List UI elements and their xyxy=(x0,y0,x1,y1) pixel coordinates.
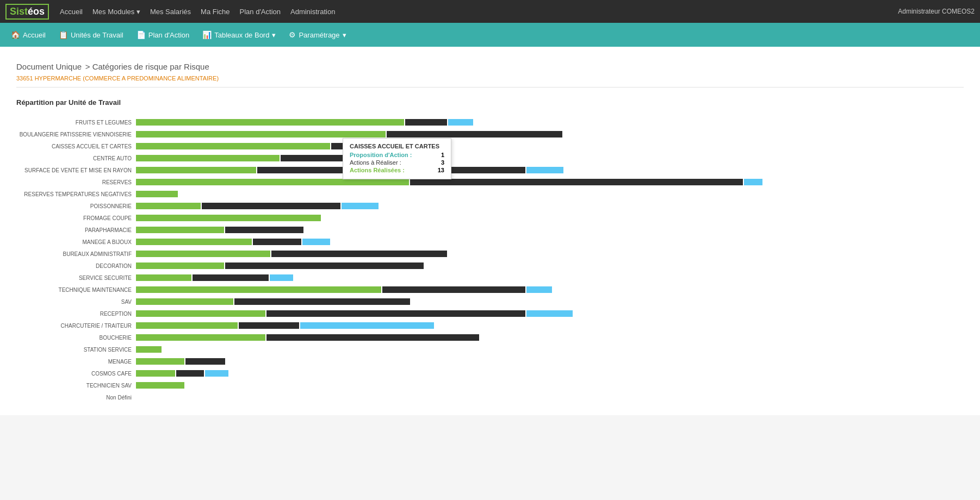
chart-row-bars xyxy=(136,262,964,269)
bar-green xyxy=(136,215,321,221)
nav-accueil[interactable]: Accueil xyxy=(60,8,83,16)
chart-row-bars xyxy=(136,274,964,281)
param-dropdown-icon: ▾ xyxy=(343,31,346,39)
chart-row-label: RESERVES TEMPERATURES NEGATIVES xyxy=(16,191,136,197)
chart-row-bars xyxy=(136,155,964,161)
chart-row-label: DECORATION xyxy=(16,263,136,269)
bar-green xyxy=(136,346,162,353)
chart-row-label: CENTRE AUTO xyxy=(16,155,136,161)
chart-row: CAISSES ACCUEIL ET CARTES xyxy=(16,141,964,151)
tooltip-value-0: 1 xyxy=(441,152,444,158)
chart-row-label: BOUCHERIE xyxy=(16,335,136,341)
bar-blue xyxy=(526,286,552,293)
chart-row-label: CHARCUTERIE / TRAITEUR xyxy=(16,323,136,329)
chart-row-label: TECHNIQUE MAINTENANCE xyxy=(16,287,136,293)
chart-row: TECHNIQUE MAINTENANCE xyxy=(16,285,964,295)
chart-row-bars xyxy=(136,179,964,185)
chart-row-label: BOULANGERIE PATISSERIE VIENNOISERIE xyxy=(16,132,136,138)
bar-green xyxy=(136,179,409,185)
bar-blue xyxy=(342,203,379,209)
chart-row: POISSONNERIE xyxy=(16,201,964,211)
chart-row-bars xyxy=(136,298,964,305)
bar-green xyxy=(136,167,256,173)
chart-row-label: SAV xyxy=(16,299,136,305)
chart-row-label: CAISSES ACCUEIL ET CARTES xyxy=(16,143,136,149)
bar-dark xyxy=(410,179,743,185)
chart-row: FROMAGE COUPE xyxy=(16,213,964,223)
chart-row-bars xyxy=(136,358,964,365)
nav-home[interactable]: 🏠 Accueil xyxy=(5,27,51,42)
chart-row: TECHNICIEN SAV xyxy=(16,380,964,390)
chart-row: RECEPTION xyxy=(16,309,964,318)
nav-salaries[interactable]: Mes Salariés xyxy=(150,8,191,16)
chart-row: CENTRE AUTO xyxy=(16,153,964,163)
tooltip-row-1: Actions à Réaliser : 3 xyxy=(350,159,444,166)
bar-dark xyxy=(382,286,526,293)
bar-dark xyxy=(185,358,225,365)
chart-row-label: RESERVES xyxy=(16,179,136,185)
nav-param[interactable]: ⚙ Paramétrage ▾ xyxy=(283,27,351,42)
nav-modules[interactable]: Mes Modules ▾ xyxy=(92,8,140,16)
chart-row: RESERVES xyxy=(16,177,964,187)
chart-row-bars xyxy=(136,131,964,138)
chart-container: FRUITS ET LEGUMESBOULANGERIE PATISSERIE … xyxy=(16,117,964,404)
chart-row: BUREAUX ADMINISTRATIF xyxy=(16,249,964,259)
bar-green xyxy=(136,131,386,138)
nav-admin[interactable]: Administration xyxy=(290,8,335,16)
bar-dark xyxy=(193,274,269,281)
nav-plan[interactable]: Plan d'Action xyxy=(240,8,281,16)
nav-tdb-label: Tableaux de Bord xyxy=(214,31,269,39)
bar-dark xyxy=(176,370,204,377)
chart-row-label: FRUITS ET LEGUMES xyxy=(16,120,136,126)
chart-row-bars xyxy=(136,251,964,257)
logo[interactable]: Sistéos xyxy=(5,4,49,20)
logo-text: Sist xyxy=(10,6,28,17)
nav-plan-action[interactable]: 📄 Plan d'Action xyxy=(131,27,195,42)
tooltip-row-0: Proposition d'Action : 1 xyxy=(350,152,444,158)
bar-blue xyxy=(526,310,573,317)
chart-row-bars xyxy=(136,310,964,317)
bar-dark xyxy=(405,119,447,126)
bar-green xyxy=(136,310,265,317)
chart-rows: FRUITS ET LEGUMESBOULANGERIE PATISSERIE … xyxy=(16,117,964,402)
bar-green xyxy=(136,191,178,197)
tooltip-label-2: Actions Réalisées : xyxy=(350,167,405,173)
page-content: Document Unique > Catégories de risque p… xyxy=(0,47,980,415)
bar-dark xyxy=(202,203,340,209)
chart-row-bars xyxy=(136,215,964,221)
chart-row: CHARCUTERIE / TRAITEUR xyxy=(16,321,964,330)
bar-green xyxy=(136,119,404,126)
bar-green xyxy=(136,143,330,149)
bar-dark xyxy=(387,131,562,138)
chart-row: BOULANGERIE PATISSERIE VIENNOISERIE xyxy=(16,129,964,139)
tooltip-label-1: Actions à Réaliser : xyxy=(350,159,401,166)
nav-tdb[interactable]: 📊 Tableaux de Bord ▾ xyxy=(197,27,281,42)
page-title: Document Unique > Catégories de risque p… xyxy=(16,58,964,73)
bar-green xyxy=(136,203,201,209)
chart-row-bars xyxy=(136,334,964,341)
bar-dark xyxy=(266,310,525,317)
nav-home-label: Accueil xyxy=(23,31,46,39)
param-icon: ⚙ xyxy=(289,30,296,39)
bar-green xyxy=(136,322,238,329)
chart-row-bars xyxy=(136,143,964,149)
chart-row-label: STATION SERVICE xyxy=(16,347,136,353)
tdb-icon: 📊 xyxy=(202,30,212,39)
chart-row-bars xyxy=(136,167,964,173)
plan-icon: 📄 xyxy=(137,30,146,39)
bar-green xyxy=(136,298,233,305)
nav-ut[interactable]: 📋 Unités de Travail xyxy=(53,27,129,42)
chart-row-bars xyxy=(136,119,964,126)
bar-green xyxy=(136,239,252,245)
bar-dark xyxy=(225,262,424,269)
bar-dark xyxy=(281,155,345,161)
tooltip-value-2: 13 xyxy=(438,167,444,173)
breadcrumb: > Catégories de risque par Risque xyxy=(85,62,209,71)
bar-green xyxy=(136,358,184,365)
chart-row-bars xyxy=(136,203,964,209)
chart-row: DECORATION xyxy=(16,261,964,271)
nav-fiche[interactable]: Ma Fiche xyxy=(201,8,230,16)
chart-row-bars xyxy=(136,239,964,245)
bar-blue xyxy=(302,239,330,245)
chart-row-label: PARAPHARMACIE xyxy=(16,227,136,233)
